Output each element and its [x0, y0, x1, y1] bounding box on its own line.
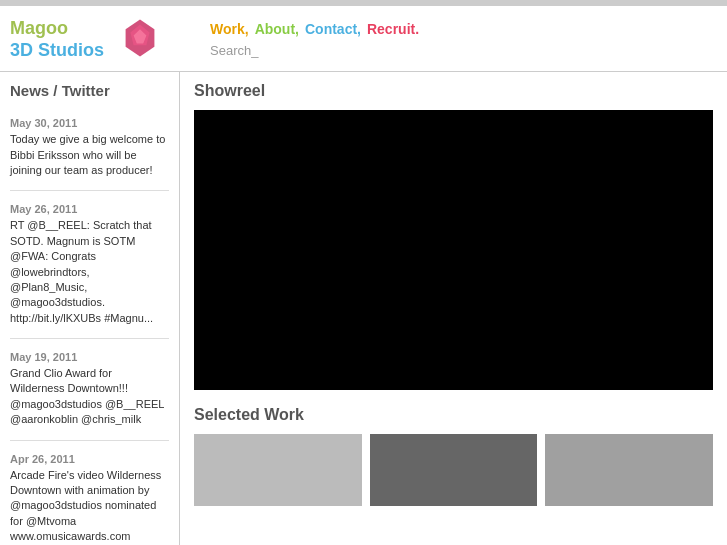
sidebar: News / Twitter May 30, 2011 Today we giv…	[0, 72, 180, 545]
content-area: Showreel Selected Work	[180, 72, 727, 545]
search-bar[interactable]: Search_	[210, 43, 717, 58]
work-thumb-1[interactable]	[194, 434, 362, 506]
nav-contact[interactable]: Contact,	[305, 21, 361, 37]
logo-title: Magoo	[10, 18, 104, 40]
nav-links: Work, About, Contact, Recruit.	[210, 21, 717, 37]
logo-area: Magoo 3D Studios	[10, 18, 190, 61]
tweet-date-1: May 30, 2011	[10, 117, 169, 129]
tweet-text-1: Today we give a big welcome to Bibbi Eri…	[10, 132, 169, 178]
work-thumb-3[interactable]	[545, 434, 713, 506]
tweet-item-2: May 26, 2011 RT @B__REEL: Scratch that S…	[10, 203, 169, 339]
showreel-section: Showreel	[194, 82, 713, 390]
tweet-item-4: Apr 26, 2011 Arcade Fire's video Wildern…	[10, 453, 169, 545]
tweet-text-4: Arcade Fire's video Wilderness Downtown …	[10, 468, 169, 545]
tweet-item-3: May 19, 2011 Grand Clio Award for Wilder…	[10, 351, 169, 441]
tweet-date-3: May 19, 2011	[10, 351, 169, 363]
header-right: Work, About, Contact, Recruit. Search_	[190, 21, 717, 58]
selected-work-section: Selected Work	[194, 406, 713, 506]
tweet-text-3: Grand Clio Award for Wilderness Downtown…	[10, 366, 169, 428]
logo-subtitle: 3D Studios	[10, 40, 104, 62]
sidebar-title: News / Twitter	[10, 82, 169, 103]
header: Magoo 3D Studios Work, About, Contact, R…	[0, 6, 727, 72]
showreel-title: Showreel	[194, 82, 713, 100]
work-thumbnails	[194, 434, 713, 506]
logo-icon	[120, 18, 160, 61]
main-layout: News / Twitter May 30, 2011 Today we giv…	[0, 72, 727, 545]
nav-work[interactable]: Work,	[210, 21, 249, 37]
tweet-text-2: RT @B__REEL: Scratch that SOTD. Magnum i…	[10, 218, 169, 326]
tweet-date-4: Apr 26, 2011	[10, 453, 169, 465]
work-thumb-2[interactable]	[370, 434, 538, 506]
nav-recruit[interactable]: Recruit.	[367, 21, 419, 37]
nav-about[interactable]: About,	[255, 21, 299, 37]
tweet-item-1: May 30, 2011 Today we give a big welcome…	[10, 117, 169, 191]
video-player[interactable]	[194, 110, 713, 390]
selected-work-title: Selected Work	[194, 406, 713, 424]
tweet-date-2: May 26, 2011	[10, 203, 169, 215]
logo-text: Magoo 3D Studios	[10, 18, 104, 61]
